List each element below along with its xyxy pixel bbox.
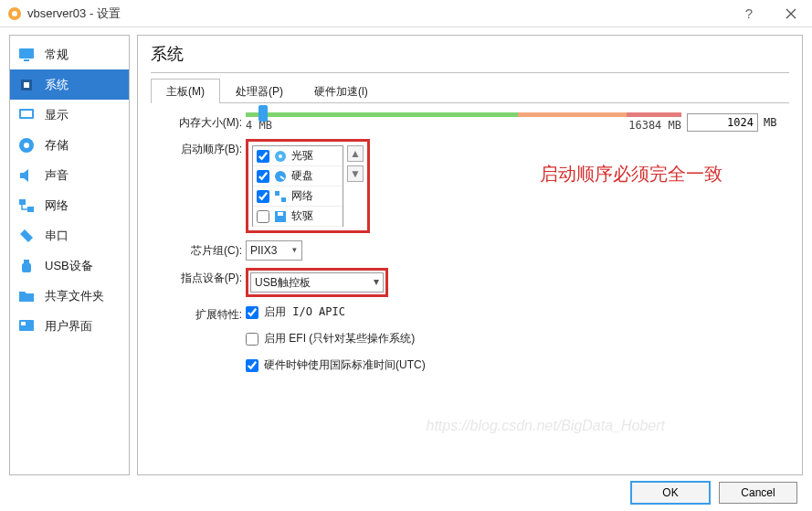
svg-rect-22 — [278, 212, 283, 216]
boot-list[interactable]: 光驱 硬盘 网络 — [252, 145, 343, 227]
ext-efi-label: 启用 EFI (只针对某些操作系统) — [264, 331, 415, 346]
svg-point-1 — [12, 11, 17, 16]
boot-item-optical[interactable]: 光驱 — [253, 146, 343, 166]
sidebar-item-audio[interactable]: 声音 — [10, 160, 129, 190]
sidebar-item-display[interactable]: 显示 — [10, 100, 129, 130]
boot-item-hdd[interactable]: 硬盘 — [253, 166, 343, 186]
ok-button[interactable]: OK — [631, 482, 710, 504]
page-title: 系统 — [151, 41, 789, 72]
watermark: https://blog.csdn.net/BigData_Hobert — [427, 418, 666, 434]
tab-motherboard[interactable]: 主板(M) — [151, 79, 220, 103]
settings-sidebar: 常规 系统 显示 存储 声音 网络 串口 USB设备 — [9, 35, 130, 475]
window-title: vbserver03 - 设置 — [27, 5, 728, 22]
serial-icon — [17, 227, 36, 245]
usb-icon — [17, 257, 36, 275]
folder-icon — [17, 287, 36, 305]
svg-rect-13 — [22, 263, 31, 272]
sidebar-item-usb[interactable]: USB设备 — [10, 250, 129, 281]
svg-rect-15 — [21, 322, 26, 325]
hdd-icon — [273, 169, 288, 184]
ext-efi-check[interactable] — [246, 333, 258, 346]
pointer-select[interactable]: USB触控板 — [250, 272, 384, 293]
sidebar-item-general[interactable]: 常规 — [10, 39, 129, 69]
memory-input[interactable] — [687, 113, 758, 132]
tab-processor[interactable]: 处理器(P) — [220, 79, 299, 103]
boot-check-hdd[interactable] — [257, 170, 269, 183]
storage-icon — [17, 136, 36, 154]
dialog-footer: OK Cancel — [0, 475, 812, 510]
display-icon — [17, 106, 36, 124]
boot-note: 启动顺序必须完全一致 — [540, 162, 722, 186]
chipset-select[interactable]: PIIX3 — [246, 240, 302, 261]
boot-check-optical[interactable] — [257, 150, 269, 163]
floppy-icon — [273, 209, 288, 224]
boot-label: 启动顺序(B): — [154, 139, 246, 157]
tabs: 主板(M) 处理器(P) 硬件加速(l) — [151, 79, 789, 103]
boot-order-box: 光驱 硬盘 网络 — [246, 139, 370, 233]
chip-icon — [17, 76, 36, 94]
sidebar-item-storage[interactable]: 存储 — [10, 130, 129, 160]
memory-max: 16384 MB — [628, 119, 681, 132]
ext-ioapic-check[interactable] — [246, 306, 258, 319]
sidebar-item-shared-folders[interactable]: 共享文件夹 — [10, 281, 129, 311]
chipset-label: 芯片组(C): — [154, 240, 246, 259]
network-boot-icon — [273, 189, 288, 204]
svg-rect-3 — [24, 59, 29, 61]
optical-icon — [273, 149, 288, 164]
boot-move-down[interactable]: ▼ — [347, 165, 364, 182]
ext-ioapic-label: 启用 I/O APIC — [264, 304, 345, 320]
sidebar-item-network[interactable]: 网络 — [10, 190, 129, 220]
divider — [151, 72, 789, 73]
pointer-highlight: USB触控板 — [246, 268, 388, 297]
slider-thumb[interactable] — [258, 105, 268, 122]
memory-label: 内存大小(M): — [154, 112, 246, 131]
tab-acceleration[interactable]: 硬件加速(l) — [299, 79, 384, 103]
app-icon — [7, 6, 22, 21]
boot-item-floppy[interactable]: 软驱 — [253, 207, 343, 227]
boot-item-network[interactable]: 网络 — [253, 186, 343, 207]
help-button[interactable]: ? — [728, 0, 770, 27]
memory-slider[interactable]: 4 MB 16384 MB — [246, 112, 681, 132]
svg-rect-5 — [24, 82, 29, 88]
audio-icon — [17, 166, 36, 185]
close-button[interactable] — [770, 0, 812, 27]
ext-label: 扩展特性: — [154, 304, 246, 323]
interface-icon — [17, 317, 36, 335]
svg-rect-7 — [21, 111, 32, 117]
svg-rect-10 — [19, 199, 26, 205]
svg-point-17 — [279, 154, 282, 158]
sidebar-item-interface[interactable]: 用户界面 — [10, 311, 129, 341]
boot-check-network[interactable] — [257, 190, 269, 203]
sidebar-item-system[interactable]: 系统 — [10, 69, 129, 100]
pointer-label: 指点设备(P): — [154, 268, 246, 286]
boot-check-floppy[interactable] — [257, 210, 269, 223]
ext-utc-label: 硬件时钟使用国际标准时间(UTC) — [264, 357, 426, 373]
cancel-button[interactable]: Cancel — [719, 482, 797, 504]
svg-point-9 — [24, 143, 29, 148]
main-panel: 系统 主板(M) 处理器(P) 硬件加速(l) 内存大小(M): 4 — [137, 35, 803, 475]
monitor-icon — [17, 46, 36, 64]
titlebar: vbserver03 - 设置 ? — [0, 0, 812, 27]
svg-rect-2 — [19, 48, 34, 59]
ext-utc-check[interactable] — [246, 359, 258, 372]
memory-unit: MB — [764, 116, 786, 129]
svg-rect-19 — [275, 191, 279, 196]
svg-rect-11 — [27, 207, 34, 212]
svg-rect-20 — [281, 197, 286, 202]
sidebar-item-serial[interactable]: 串口 — [10, 220, 129, 250]
network-icon — [17, 197, 36, 215]
boot-move-up[interactable]: ▲ — [347, 145, 364, 162]
svg-rect-12 — [24, 260, 29, 263]
